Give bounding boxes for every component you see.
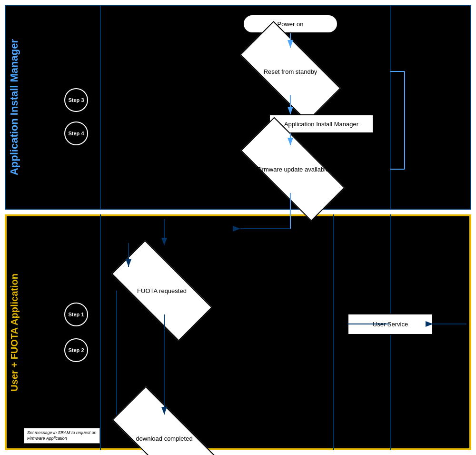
step4-circle: Step 4: [64, 121, 88, 145]
note-box: Set message in SRAM to request on Firmwa…: [24, 428, 100, 444]
bottom-divider: [100, 214, 101, 450]
power-on-shape: Power on: [243, 14, 338, 33]
user-service-shape: User Service: [347, 313, 433, 335]
reset-from-standby-shape: Reset from standby: [243, 48, 338, 95]
firmware-update-available-shape: Firmware update available: [243, 145, 343, 193]
top-divider2: [390, 5, 391, 210]
step1-circle: Step 1: [64, 303, 88, 326]
fuota-requested-shape: FUOTA requested: [114, 267, 209, 314]
top-section-label: Application Install Manager: [5, 5, 24, 210]
diagram-container: Application Install Manager User + FUOTA…: [0, 0, 476, 455]
step2-circle: Step 2: [64, 338, 88, 362]
download-completed-shape: download completed: [114, 415, 214, 455]
bottom-section-label: User + FUOTA Application: [5, 214, 24, 450]
bottom-divider2: [333, 214, 334, 450]
top-divider: [100, 5, 101, 210]
step3-circle: Step 3: [64, 88, 88, 112]
